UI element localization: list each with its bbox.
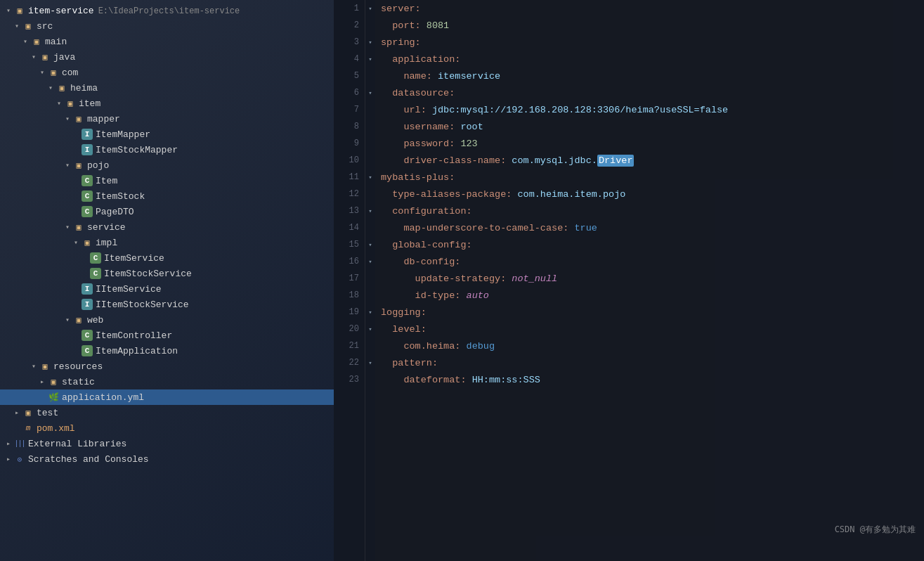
sidebar-item-external_libs[interactable]: ▸|||External Libraries: [0, 436, 334, 451]
tree-arrow[interactable]: [70, 299, 82, 310]
sidebar-item-ItemStock[interactable]: CItemStock: [0, 188, 334, 204]
tree-arrow[interactable]: ▸: [11, 407, 22, 418]
sidebar-item-item[interactable]: ▾▣item: [0, 96, 334, 111]
code-line: url: jdbc:mysql://192.168.208.128:3306/h…: [381, 101, 918, 118]
fold-indicator[interactable]: ▾: [365, 34, 375, 51]
fold-indicator[interactable]: ▾: [365, 253, 375, 270]
line-number: 1: [334, 0, 365, 17]
fold-indicator[interactable]: ▾: [365, 304, 375, 321]
sidebar-item-service[interactable]: ▾▣service: [0, 219, 334, 235]
tree-arrow[interactable]: [70, 345, 82, 356]
sidebar-item-main[interactable]: ▾▣main: [0, 34, 334, 49]
tree-arrow[interactable]: ▸: [3, 453, 14, 465]
code-line: configuration:: [381, 202, 918, 219]
sidebar-item-ItemMapper[interactable]: IItemMapper: [0, 127, 334, 142]
sidebar-item-Item[interactable]: CItem: [0, 173, 334, 188]
fold-indicator[interactable]: ▾: [365, 84, 375, 101]
code-token: 8081: [427, 20, 449, 31]
project-sidebar[interactable]: ▾▣item-serviceE:\IdeaProjects\item-servi…: [0, 0, 334, 561]
tree-arrow[interactable]: ▾: [45, 82, 56, 94]
sidebar-item-com[interactable]: ▾▣com: [0, 65, 334, 80]
fold-indicator[interactable]: [365, 371, 375, 388]
tree-arrow[interactable]: ▸: [3, 438, 14, 449]
tree-arrow[interactable]: [11, 423, 22, 434]
tree-arrow[interactable]: [70, 191, 82, 202]
tree-arrow[interactable]: ▾: [3, 5, 14, 16]
fold-indicator[interactable]: [365, 337, 375, 354]
fold-indicator[interactable]: ▾: [365, 321, 375, 337]
sidebar-item-java[interactable]: ▾▣java: [0, 49, 334, 65]
sidebar-item-ItemApplication[interactable]: CItemApplication: [0, 343, 334, 359]
class-icon: C: [82, 191, 93, 202]
line-number: 8: [334, 118, 365, 135]
code-line: global-config:: [381, 236, 918, 253]
sidebar-item-IItemStockService[interactable]: IIItemStockService: [0, 297, 334, 312]
sidebar-item-application_yml[interactable]: 🌿application.yml: [0, 389, 334, 405]
sidebar-item-PageDTO[interactable]: CPageDTO: [0, 204, 334, 219]
sidebar-item-static[interactable]: ▸▣static: [0, 374, 334, 389]
sidebar-item-src[interactable]: ▾▣src: [0, 18, 334, 34]
xml-icon: m: [22, 423, 34, 434]
tree-item-label: mapper: [87, 114, 120, 124]
code-token: logging:: [381, 307, 427, 318]
sidebar-item-scratches[interactable]: ▸⊙Scratches and Consoles: [0, 451, 334, 467]
sidebar-item-pojo[interactable]: ▾▣pojo: [0, 157, 334, 173]
tree-arrow[interactable]: ▾: [70, 237, 82, 248]
tree-arrow[interactable]: [70, 175, 82, 186]
sidebar-item-ItemService[interactable]: CItemService: [0, 250, 334, 266]
sidebar-item-test[interactable]: ▸▣test: [0, 405, 334, 420]
tree-arrow[interactable]: ▾: [20, 36, 31, 47]
line-number: 5: [334, 67, 365, 84]
fold-indicator[interactable]: [365, 219, 375, 236]
sidebar-item-ItemController[interactable]: CItemController: [0, 328, 334, 343]
tree-arrow[interactable]: ▾: [53, 98, 65, 109]
sidebar-item-IItemService[interactable]: IIItemService: [0, 281, 334, 297]
tree-arrow[interactable]: ▾: [11, 20, 22, 32]
fold-indicator[interactable]: [365, 101, 375, 118]
tree-arrow[interactable]: [70, 283, 82, 295]
sidebar-item-heima[interactable]: ▾▣heima: [0, 80, 334, 96]
tree-arrow[interactable]: ▾: [37, 67, 48, 78]
tree-arrow[interactable]: [70, 330, 82, 341]
sidebar-item-web[interactable]: ▾▣web: [0, 312, 334, 328]
sidebar-item-ItemStockMapper[interactable]: IItemStockMapper: [0, 142, 334, 157]
fold-indicator[interactable]: [365, 152, 375, 169]
fold-indicator[interactable]: [365, 67, 375, 84]
fold-indicator[interactable]: ▾: [365, 202, 375, 219]
tree-arrow[interactable]: ▾: [62, 221, 73, 233]
fold-indicator[interactable]: [365, 118, 375, 135]
tree-arrow[interactable]: [37, 392, 48, 403]
tree-arrow[interactable]: [70, 129, 82, 140]
tree-arrow[interactable]: ▾: [62, 160, 73, 171]
fold-indicator[interactable]: ▾: [365, 169, 375, 186]
tree-item-label: item: [79, 98, 100, 109]
sidebar-item-ItemStockService[interactable]: CItemStockService: [0, 266, 334, 281]
class-icon: C: [82, 206, 93, 217]
tree-arrow[interactable]: [79, 268, 90, 279]
tree-item-label: ItemStock: [96, 191, 145, 202]
sidebar-item-impl[interactable]: ▾▣impl: [0, 235, 334, 250]
fold-indicator[interactable]: ▾: [365, 236, 375, 253]
sidebar-item-resources[interactable]: ▾▣resources: [0, 359, 334, 374]
tree-arrow[interactable]: ▾: [62, 314, 73, 325]
fold-indicator[interactable]: ▾: [365, 51, 375, 67]
tree-arrow[interactable]: ▸: [37, 376, 48, 387]
tree-arrow[interactable]: [70, 206, 82, 217]
fold-indicator[interactable]: [365, 270, 375, 287]
fold-indicator[interactable]: [365, 186, 375, 202]
sidebar-item-pom_xml[interactable]: mpom.xml: [0, 420, 334, 436]
code-token: Driver: [597, 155, 635, 167]
tree-arrow[interactable]: ▾: [62, 113, 73, 124]
tree-arrow[interactable]: ▾: [28, 51, 39, 63]
tree-arrow[interactable]: ▾: [28, 361, 39, 372]
sidebar-item-root[interactable]: ▾▣item-serviceE:\IdeaProjects\item-servi…: [0, 3, 334, 18]
code-token: true: [574, 223, 597, 233]
tree-arrow[interactable]: [70, 144, 82, 155]
fold-indicator[interactable]: ▾: [365, 0, 375, 17]
fold-indicator[interactable]: ▾: [365, 354, 375, 371]
fold-indicator[interactable]: [365, 287, 375, 304]
tree-arrow[interactable]: [79, 252, 90, 264]
fold-indicator[interactable]: [365, 135, 375, 152]
sidebar-item-mapper[interactable]: ▾▣mapper: [0, 111, 334, 127]
fold-indicator[interactable]: [365, 17, 375, 34]
